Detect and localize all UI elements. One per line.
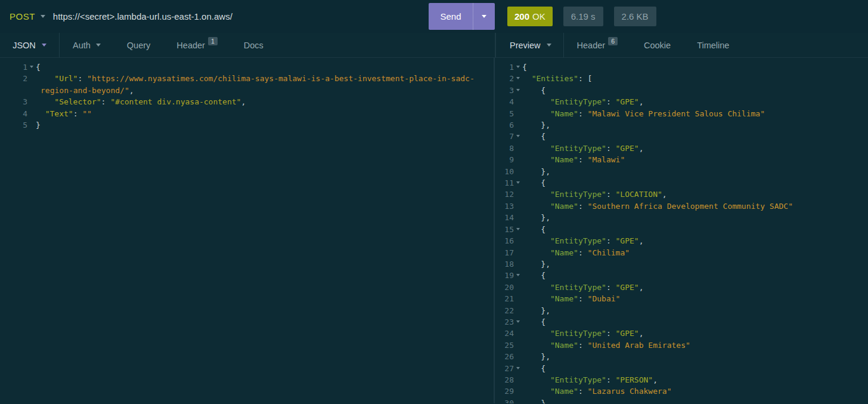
fold-caret-icon[interactable] — [516, 367, 520, 369]
code-line: 10 }, — [495, 166, 868, 177]
tab-docs[interactable]: Docs — [231, 33, 277, 57]
code-line-content: "EntityType": "GPE", — [522, 328, 644, 339]
code-line-content: "EntityType": "GPE", — [522, 96, 644, 107]
tab-header-request[interactable]: Header 1 — [163, 33, 230, 57]
line-number: 24 — [495, 328, 514, 339]
code-line: 1{ — [495, 61, 868, 73]
gutter-fold-column — [514, 201, 522, 212]
editor-panes: 1{2 "Url": "https://www.nyasatimes.com/c… — [0, 58, 868, 403]
request-url-bar: POST https://<secret>.lambda-url.us-east… — [0, 0, 868, 33]
line-number: 3 — [495, 85, 514, 96]
code-line-content: "EntityType": "GPE", — [522, 143, 644, 154]
code-line-content: }, — [522, 258, 550, 270]
gutter-fold-column — [514, 386, 522, 397]
tab-auth[interactable]: Auth — [60, 33, 114, 57]
code-line-content: }, — [522, 305, 550, 316]
fold-caret-icon[interactable] — [516, 89, 520, 91]
line-number: 17 — [495, 247, 514, 258]
fold-caret-icon[interactable] — [516, 135, 520, 137]
gutter-fold-column — [514, 154, 522, 165]
gutter-fold-column — [514, 305, 522, 316]
code-line-content: "Name": "Dubai" — [522, 293, 620, 304]
code-line-content: { — [522, 177, 545, 189]
fold-caret-icon[interactable] — [516, 181, 520, 184]
line-number: 2 — [495, 73, 514, 84]
request-body-editor[interactable]: 1{2 "Url": "https://www.nyasatimes.com/c… — [0, 58, 495, 403]
code-line: 21 "Name": "Dubai" — [495, 293, 868, 304]
gutter-fold-column — [514, 328, 522, 339]
fold-caret-icon[interactable] — [30, 66, 33, 68]
fold-caret-icon[interactable] — [516, 320, 520, 323]
query-label: Query — [127, 41, 151, 50]
gutter-fold-column — [27, 108, 36, 119]
gutter-fold-column — [514, 235, 522, 246]
fold-caret-icon[interactable] — [516, 274, 520, 276]
gutter-fold-column — [514, 258, 522, 270]
code-line: 2 "Url": "https://www.nyasatimes.com/chi… — [0, 73, 494, 96]
fold-caret-icon[interactable] — [516, 228, 520, 230]
chevron-down-icon — [42, 44, 46, 47]
gutter-fold-column — [514, 282, 522, 293]
code-line-content: "Name": "Malawi" — [522, 154, 625, 165]
code-line-content: "EntityType": "LOCATION", — [522, 189, 667, 200]
body-type-label: JSON — [13, 41, 36, 50]
line-number: 8 — [495, 143, 514, 154]
gutter-fold-column — [514, 73, 522, 84]
tab-header-response[interactable]: Header 6 — [564, 33, 631, 57]
fold-caret-icon[interactable] — [516, 77, 520, 79]
line-number: 26 — [495, 351, 514, 362]
line-number: 15 — [495, 224, 514, 235]
code-line: 27 { — [495, 363, 868, 374]
code-line: 26 }, — [495, 351, 868, 362]
code-line: 2 "Entities": [ — [495, 73, 868, 84]
code-line: 16 "EntityType": "GPE", — [495, 235, 868, 246]
gutter-fold-column — [27, 73, 36, 96]
timeline-label: Timeline — [697, 41, 729, 50]
gutter-fold-column — [514, 363, 522, 374]
gutter-fold-column — [514, 85, 522, 96]
code-line-content: { — [522, 270, 545, 281]
line-number: 19 — [495, 270, 514, 281]
code-line-content: { — [522, 61, 527, 73]
code-line-content: "Url": "https://www.nyasatimes.com/chili… — [36, 73, 475, 96]
status-code: 200 — [514, 11, 529, 21]
method-dropdown[interactable]: POST — [0, 11, 45, 21]
code-line-content: "Name": "Malawi Vice President Salous Ch… — [522, 108, 765, 119]
header-count-badge: 6 — [608, 37, 618, 45]
url-input[interactable]: https://<secret>.lambda-url.us-east-1.on… — [53, 11, 429, 21]
gutter-fold-column — [514, 119, 522, 131]
code-line-content: }, — [522, 212, 550, 223]
code-line: 24 "EntityType": "GPE", — [495, 328, 868, 339]
tab-query[interactable]: Query — [114, 33, 164, 57]
gutter-fold-column — [27, 96, 36, 107]
code-line-content: "EntityType": "GPE", — [522, 235, 644, 246]
send-button[interactable]: Send — [429, 3, 473, 30]
code-line-content: } — [36, 119, 41, 131]
line-number: 27 — [495, 363, 514, 374]
gutter-fold-column — [514, 189, 522, 200]
code-line-content: { — [522, 224, 545, 235]
code-line-content: }, — [522, 397, 550, 403]
response-preview[interactable]: 1{2 "Entities": [3 {4 "EntityType": "GPE… — [495, 58, 868, 403]
line-number: 13 — [495, 201, 514, 212]
tab-preview-mode[interactable]: Preview — [496, 33, 564, 57]
header-label: Header — [577, 41, 606, 50]
line-number: 2 — [0, 73, 27, 96]
tab-timeline[interactable]: Timeline — [684, 33, 742, 57]
fold-caret-icon[interactable] — [516, 66, 520, 68]
docs-label: Docs — [244, 41, 264, 50]
line-number: 20 — [495, 282, 514, 293]
line-number: 9 — [495, 154, 514, 165]
chevron-down-icon — [547, 44, 551, 47]
send-options-button[interactable] — [473, 3, 495, 30]
code-line: 22 }, — [495, 305, 868, 316]
code-line: 17 "Name": "Chilima" — [495, 247, 868, 258]
code-line-content: }, — [522, 351, 550, 362]
code-line: 14 }, — [495, 212, 868, 223]
tab-body-type[interactable]: JSON — [0, 33, 60, 57]
tab-cookie[interactable]: Cookie — [631, 33, 684, 57]
gutter-fold-column — [514, 293, 522, 304]
request-url-bar-left: POST https://<secret>.lambda-url.us-east… — [0, 0, 495, 33]
status-badge: 200 OK — [507, 7, 553, 26]
code-line-content: }, — [522, 166, 550, 177]
